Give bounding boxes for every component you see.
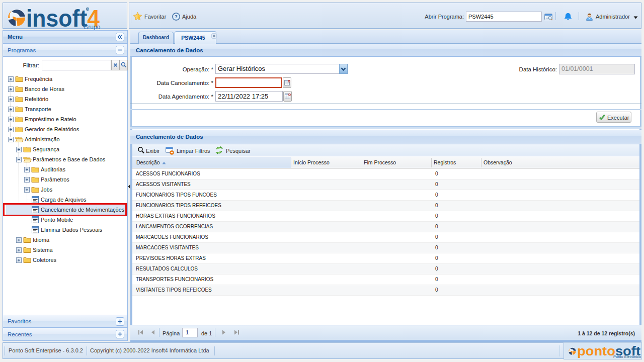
svg-text:Grupo: Grupo [84, 24, 101, 31]
svg-text:?: ? [175, 14, 178, 19]
svg-text:Ponto Eletrônico: Ponto Eletrônico [613, 354, 641, 359]
